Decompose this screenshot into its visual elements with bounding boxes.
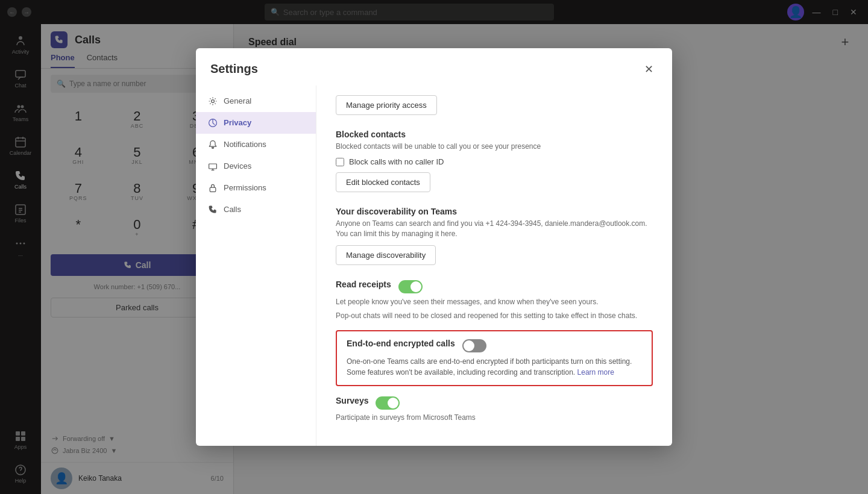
nav-item-privacy[interactable]: Privacy bbox=[196, 112, 316, 134]
discoverability-section: Your discoverability on Teams Anyone on … bbox=[336, 207, 653, 265]
svg-rect-17 bbox=[209, 164, 217, 169]
bell-icon bbox=[208, 140, 218, 149]
read-receipts-desc: Let people know you've seen their messag… bbox=[336, 297, 653, 307]
calls-nav-icon bbox=[208, 205, 218, 214]
settings-modal: Settings ✕ General Privacy Notifications bbox=[196, 48, 672, 446]
blocked-contacts-desc: Blocked contacts will be unable to call … bbox=[336, 142, 653, 152]
read-receipts-label: Read receipts bbox=[336, 280, 391, 289]
nav-label-calls: Calls bbox=[224, 205, 241, 214]
nav-label-general: General bbox=[224, 96, 251, 105]
modal-title: Settings bbox=[210, 62, 258, 76]
priority-access-section: Manage priority access bbox=[336, 95, 653, 115]
manage-priority-access-btn[interactable]: Manage priority access bbox=[336, 95, 437, 115]
read-receipts-section: Read receipts Let people know you've see… bbox=[336, 280, 653, 321]
permissions-icon bbox=[208, 183, 218, 193]
blocked-contacts-section: Blocked contacts Blocked contacts will b… bbox=[336, 130, 653, 193]
nav-item-calls[interactable]: Calls bbox=[196, 199, 316, 220]
e2e-toggle-row: End-to-end encrypted calls bbox=[347, 339, 642, 352]
modal-body: General Privacy Notifications Devices Pe… bbox=[196, 86, 672, 446]
settings-nav: General Privacy Notifications Devices Pe… bbox=[196, 86, 316, 446]
devices-icon bbox=[208, 161, 218, 171]
surveys-toggle[interactable] bbox=[376, 396, 400, 410]
privacy-icon bbox=[208, 118, 218, 128]
svg-rect-18 bbox=[210, 187, 216, 192]
e2e-toggle[interactable] bbox=[462, 339, 486, 352]
e2e-learn-more-link[interactable]: Learn more bbox=[577, 368, 614, 377]
block-no-caller-id-row: Block calls with no caller ID bbox=[336, 157, 653, 166]
e2e-label: End-to-end encrypted calls bbox=[347, 339, 455, 348]
settings-content: Manage priority access Blocked contacts … bbox=[316, 86, 672, 446]
read-receipts-row: Read receipts bbox=[336, 280, 653, 293]
e2e-encrypted-section: End-to-end encrypted calls One-on-one Te… bbox=[336, 330, 653, 386]
edit-blocked-contacts-btn[interactable]: Edit blocked contacts bbox=[336, 172, 430, 192]
block-no-caller-id-checkbox[interactable] bbox=[336, 158, 344, 166]
manage-discoverability-btn[interactable]: Manage discoverability bbox=[336, 245, 436, 265]
nav-item-notifications[interactable]: Notifications bbox=[196, 134, 316, 155]
block-no-caller-id-label: Block calls with no caller ID bbox=[349, 157, 444, 166]
modal-close-btn[interactable]: ✕ bbox=[640, 60, 658, 78]
svg-point-15 bbox=[212, 99, 215, 102]
surveys-section: Surveys Participate in surveys from Micr… bbox=[336, 396, 653, 422]
e2e-desc: One-on-one Teams calls are end-to-end en… bbox=[347, 356, 642, 378]
read-receipts-note: Pop-out chats will need to be closed and… bbox=[336, 311, 653, 321]
read-receipts-toggle[interactable] bbox=[398, 280, 423, 293]
surveys-desc: Participate in surveys from Microsoft Te… bbox=[336, 413, 653, 422]
nav-item-permissions[interactable]: Permissions bbox=[196, 177, 316, 199]
discoverability-title: Your discoverability on Teams bbox=[336, 207, 653, 216]
nav-item-devices[interactable]: Devices bbox=[196, 155, 316, 177]
blocked-contacts-title: Blocked contacts bbox=[336, 130, 653, 139]
nav-item-general[interactable]: General bbox=[196, 90, 316, 112]
modal-header: Settings ✕ bbox=[196, 48, 672, 86]
discoverability-desc: Anyone on Teams can search and find you … bbox=[336, 219, 653, 239]
nav-label-devices: Devices bbox=[224, 161, 251, 170]
nav-label-notifications: Notifications bbox=[224, 140, 266, 149]
surveys-label: Surveys bbox=[336, 396, 368, 405]
nav-label-privacy: Privacy bbox=[224, 118, 251, 127]
surveys-row: Surveys bbox=[336, 396, 653, 410]
gear-icon bbox=[208, 96, 218, 106]
modal-overlay: Settings ✕ General Privacy Notifications bbox=[0, 0, 868, 494]
nav-label-permissions: Permissions bbox=[224, 183, 266, 192]
